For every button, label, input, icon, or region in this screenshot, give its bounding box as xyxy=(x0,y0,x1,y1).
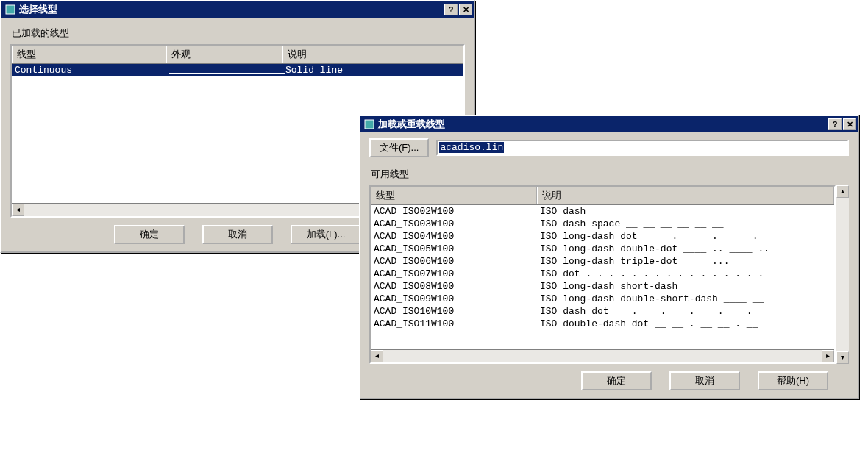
col-description[interactable]: 说明 xyxy=(282,46,463,63)
titlebar[interactable]: 选择线型 ? ✕ xyxy=(1,1,474,18)
linetype-description: ISO dash dot __ . __ . __ . __ . __ . xyxy=(540,306,831,317)
list-item[interactable]: ACAD_ISO10W100ISO dash dot __ . __ . __ … xyxy=(371,305,834,318)
list-item[interactable]: ACAD_ISO11W100ISO double-dash dot __ __ … xyxy=(371,318,834,330)
load-button[interactable]: 加载(L)... xyxy=(291,225,361,244)
linetype-description: ISO long-dash dot ____ . ____ . ____ . xyxy=(540,231,831,242)
list-item[interactable]: ACAD_ISO06W100ISO long-dash triple-dot _… xyxy=(371,255,834,268)
horizontal-scrollbar[interactable]: ◂ ▸ xyxy=(371,349,834,362)
linetype-name: ACAD_ISO07W100 xyxy=(374,268,540,279)
loaded-linetypes-label: 已加载的线型 xyxy=(12,26,465,40)
list-header: 线型 说明 xyxy=(371,187,834,205)
linetype-description: ISO dash space __ __ __ __ __ __ xyxy=(540,218,831,229)
list-item[interactable]: Continuous Solid line xyxy=(12,64,463,76)
linetype-description: ISO double-dash dot __ __ . __ __ . __ xyxy=(540,318,831,329)
col-linetype[interactable]: 线型 xyxy=(12,46,166,63)
vertical-scrollbar[interactable]: ▴ ▾ xyxy=(836,185,849,364)
close-button[interactable]: ✕ xyxy=(843,118,856,130)
available-linetypes-list[interactable]: 线型 说明 ACAD_ISO02W100ISO dash __ __ __ __… xyxy=(369,185,836,364)
linetype-appearance xyxy=(169,65,285,76)
svg-rect-0 xyxy=(6,5,15,14)
list-item[interactable]: ACAD_ISO07W100ISO dot . . . . . . . . . … xyxy=(371,268,834,280)
svg-rect-1 xyxy=(365,120,374,129)
linetype-name: ACAD_ISO11W100 xyxy=(374,318,540,329)
app-icon xyxy=(363,118,375,130)
linetype-description: ISO long-dash double-dot ____ .. ____ .. xyxy=(540,243,831,254)
help-button[interactable]: 帮助(H) xyxy=(758,371,828,390)
dialog-title: 选择线型 xyxy=(19,3,443,16)
linetype-description: ISO dot . . . . . . . . . . . . . . . . xyxy=(540,268,831,279)
dialog-title: 加载或重载线型 xyxy=(378,118,827,131)
scroll-left-icon[interactable]: ◂ xyxy=(371,350,383,362)
linetype-name: ACAD_ISO06W100 xyxy=(374,256,540,267)
linetype-name: ACAD_ISO03W100 xyxy=(374,218,540,229)
app-icon xyxy=(4,4,16,15)
col-description[interactable]: 说明 xyxy=(537,187,834,204)
close-button[interactable]: ✕ xyxy=(459,4,472,15)
linetype-description: ISO long-dash short-dash ____ __ ____ xyxy=(540,281,831,292)
linetype-name: ACAD_ISO09W100 xyxy=(374,293,540,304)
list-header: 线型 外观 说明 xyxy=(12,46,463,64)
linetype-name: ACAD_ISO10W100 xyxy=(374,306,540,317)
linetype-name: ACAD_ISO04W100 xyxy=(374,231,540,242)
load-linetype-dialog: 加载或重载线型 ? ✕ 文件(F)... acadiso.lin 可用线型 线型… xyxy=(359,115,859,399)
linetype-description: ISO long-dash triple-dot ____ ... ____ xyxy=(540,256,831,267)
help-button[interactable]: ? xyxy=(444,4,458,15)
list-item[interactable]: ACAD_ISO04W100ISO long-dash dot ____ . _… xyxy=(371,230,834,243)
available-linetypes-label: 可用线型 xyxy=(371,168,849,181)
linetype-description: ISO long-dash double-short-dash ____ __ xyxy=(540,293,831,304)
scroll-down-icon[interactable]: ▾ xyxy=(836,351,849,364)
cancel-button[interactable]: 取消 xyxy=(669,371,740,390)
cancel-button[interactable]: 取消 xyxy=(202,225,273,244)
list-item[interactable]: ACAD_ISO03W100ISO dash space __ __ __ __… xyxy=(371,218,834,230)
linetype-name: ACAD_ISO05W100 xyxy=(374,243,540,254)
linetype-name: ACAD_ISO02W100 xyxy=(374,206,540,217)
list-item[interactable]: ACAD_ISO02W100ISO dash __ __ __ __ __ __… xyxy=(371,205,834,218)
filename-text: acadiso.lin xyxy=(439,142,504,153)
linetype-description: ISO dash __ __ __ __ __ __ __ __ __ __ xyxy=(540,206,831,217)
list-item[interactable]: ACAD_ISO05W100ISO long-dash double-dot _… xyxy=(371,243,834,255)
linetype-name: Continuous xyxy=(15,65,169,76)
ok-button[interactable]: 确定 xyxy=(114,225,185,244)
titlebar[interactable]: 加载或重载线型 ? ✕ xyxy=(360,116,858,132)
scroll-up-icon[interactable]: ▴ xyxy=(836,185,849,198)
ok-button[interactable]: 确定 xyxy=(581,371,652,390)
list-item[interactable]: ACAD_ISO08W100ISO long-dash short-dash _… xyxy=(371,280,834,293)
filename-field[interactable]: acadiso.lin xyxy=(436,140,849,156)
scroll-right-icon[interactable]: ▸ xyxy=(822,350,834,362)
linetype-description: Solid line xyxy=(285,65,460,76)
list-item[interactable]: ACAD_ISO09W100ISO long-dash double-short… xyxy=(371,293,834,305)
file-button[interactable]: 文件(F)... xyxy=(369,138,429,157)
scroll-left-icon[interactable]: ◂ xyxy=(12,204,24,216)
col-appearance[interactable]: 外观 xyxy=(166,46,282,63)
linetype-name: ACAD_ISO08W100 xyxy=(374,281,540,292)
col-linetype[interactable]: 线型 xyxy=(371,187,537,204)
help-button[interactable]: ? xyxy=(828,118,842,130)
